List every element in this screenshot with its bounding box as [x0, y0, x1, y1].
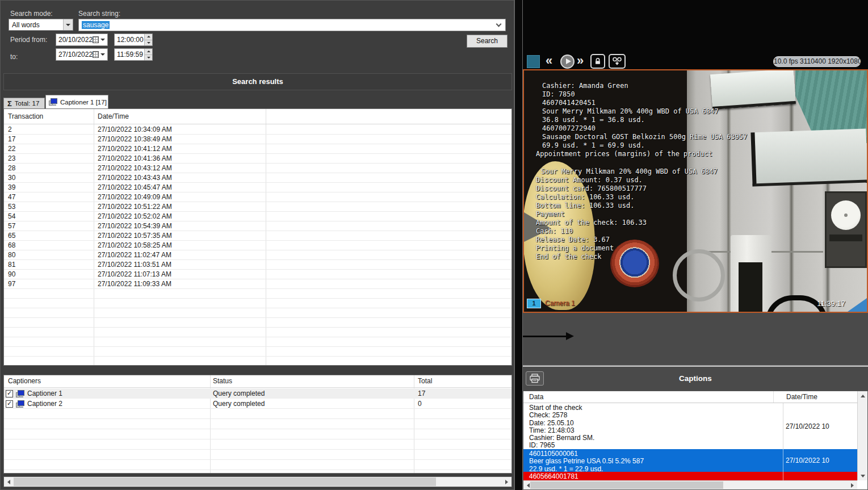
caption-row-selected[interactable]: 4601105000061 Beer glass Petrine USA 0.5…: [523, 449, 857, 472]
camera-number-badge[interactable]: 1: [527, 299, 541, 308]
col-data[interactable]: Data: [529, 391, 543, 403]
dispenser: [731, 235, 771, 312]
calendar-icon[interactable]: [93, 36, 99, 43]
scroll-down-button[interactable]: [858, 471, 868, 480]
tab-captioner-1[interactable]: Captioner 1 [17]: [45, 95, 108, 108]
checkbox-checked[interactable]: [6, 400, 13, 408]
tab-total[interactable]: Σ Total: 17: [3, 98, 45, 108]
table-row[interactable]: 9727/10/2022 11:09:33 AM: [4, 279, 511, 289]
table-row[interactable]: 5327/10/2022 10:51:22 AM: [4, 202, 511, 212]
scroll-up-button[interactable]: [858, 391, 868, 400]
checkbox-checked[interactable]: [6, 390, 13, 397]
caption-datetime: 27/10/2022 10: [783, 449, 857, 472]
table-row[interactable]: 4727/10/2022 10:49:09 AM: [4, 192, 511, 202]
stream-info-badge: 10.0 fps 3110400 1920x1080: [773, 56, 861, 67]
lock-icon: [594, 57, 602, 65]
search-button[interactable]: Search: [467, 35, 508, 48]
spacer-area: [523, 313, 868, 366]
camera-tile-icon[interactable]: [527, 55, 540, 68]
table-row[interactable]: 227/10/2022 10:34:09 AM: [4, 125, 511, 135]
captioner-name: Captioner 1: [27, 390, 62, 397]
captions-table: Data Date/Time Start of the check Check:…: [523, 391, 868, 490]
vertical-scrollbar[interactable]: [857, 391, 867, 480]
spin-up-icon[interactable]: [145, 49, 152, 55]
time-to-spinner[interactable]: [144, 49, 152, 60]
captions-title: Captions: [523, 368, 868, 390]
play-button[interactable]: [560, 55, 575, 69]
camera-view[interactable]: Cashier: Amanda Green ID: 7850 460704142…: [523, 69, 868, 313]
table-row[interactable]: 3027/10/2022 10:43:43 AM: [4, 173, 511, 183]
scrollbar-thumb[interactable]: [14, 478, 436, 486]
time-to-picker[interactable]: 11:59:59 P: [114, 48, 153, 61]
table-row[interactable]: 6827/10/2022 10:58:25 AM: [4, 241, 511, 250]
col-datetime[interactable]: Date/Time: [786, 391, 817, 403]
lock-button[interactable]: [590, 54, 605, 69]
caption-row[interactable]: Start of the check Check: 2578 Date: 25.…: [523, 403, 857, 449]
period-to-label: to:: [10, 53, 18, 61]
col-datetime[interactable]: Date/Time: [98, 109, 129, 124]
col-status[interactable]: Status: [213, 375, 232, 387]
table-row[interactable]: 3927/10/2022 10:45:47 AM: [4, 183, 511, 192]
pos-overlay-block-1: Cashier: Amanda Green ID: 7850 460704142…: [542, 82, 747, 158]
col-captioners[interactable]: Captioners: [8, 375, 41, 387]
table-row[interactable]: 2827/10/2022 10:43:12 AM: [4, 164, 511, 173]
search-string-label: Search string:: [78, 10, 120, 18]
date-from-picker[interactable]: 20/10/2022: [56, 33, 108, 46]
monitor-icon: [16, 400, 25, 408]
captioner-row[interactable]: Captioner 2 Query completed 0: [4, 399, 511, 409]
results-table: Transaction Date/Time 227/10/2022 10:34:…: [3, 108, 512, 366]
pointer-arrow: [523, 336, 566, 337]
export-record-button[interactable]: [609, 54, 626, 69]
scroll-left-button[interactable]: [4, 477, 14, 487]
panel-splitter[interactable]: [514, 0, 523, 490]
captioner-total: 17: [414, 390, 511, 397]
spin-down-icon[interactable]: [145, 40, 152, 46]
calendar-icon[interactable]: [93, 51, 99, 58]
monitor-icon: [16, 390, 25, 397]
search-mode-label: Search mode:: [10, 10, 53, 18]
table-row[interactable]: 9027/10/2022 11:07:13 AM: [4, 270, 511, 279]
rewind-button[interactable]: «: [546, 54, 552, 68]
table-row[interactable]: 1727/10/2022 10:38:49 AM: [4, 135, 511, 144]
table-row[interactable]: 8027/10/2022 11:02:47 AM: [4, 250, 511, 260]
scrollbar-thumb[interactable]: [530, 481, 723, 489]
caption-row-alert[interactable]: 4605664001781: [523, 472, 857, 480]
table-row[interactable]: 2327/10/2022 10:41:36 AM: [4, 154, 511, 164]
captioner-row[interactable]: Captioner 1 Query completed 17: [4, 388, 511, 399]
horizontal-scrollbar[interactable]: [3, 476, 512, 487]
chevron-down-icon[interactable]: [496, 22, 502, 27]
fast-forward-button[interactable]: »: [577, 54, 584, 68]
dropdown-arrow-icon[interactable]: [100, 53, 105, 56]
search-string-input[interactable]: sausage: [78, 19, 506, 31]
captioners-table: Captioners Status Total Captioner 1 Quer…: [3, 375, 512, 474]
search-mode-dropdown-button[interactable]: [63, 19, 73, 30]
captions-header: Captions: [523, 368, 868, 390]
col-total[interactable]: Total: [418, 375, 432, 387]
table-row[interactable]: 6527/10/2022 10:57:35 AM: [4, 231, 511, 241]
shelf: [750, 128, 867, 186]
caption-data: Start of the check Check: 2578 Date: 25.…: [523, 403, 783, 449]
time-from-picker[interactable]: 12:00:00 A: [114, 33, 153, 46]
search-mode-value: All words: [9, 21, 63, 29]
time-from-spinner[interactable]: [144, 34, 152, 45]
table-row[interactable]: 5427/10/2022 10:52:02 AM: [4, 212, 511, 221]
spin-up-icon[interactable]: [145, 34, 152, 40]
captioner-name: Captioner 2: [27, 400, 62, 408]
dropdown-arrow-icon[interactable]: [100, 39, 105, 41]
date-to-value: 27/10/2022: [56, 51, 93, 58]
scroll-right-button[interactable]: [848, 481, 857, 489]
search-results-header: Search results: [3, 73, 512, 90]
time-from-value: 12:00:00 A: [115, 34, 144, 45]
search-mode-select[interactable]: All words: [9, 19, 73, 31]
spin-down-icon[interactable]: [145, 55, 152, 61]
scroll-right-button[interactable]: [502, 477, 511, 487]
date-to-picker[interactable]: 27/10/2022: [56, 48, 108, 61]
table-row[interactable]: 8127/10/2022 11:03:51 AM: [4, 260, 511, 270]
captioners-table-body: Captioner 1 Query completed 17 Captioner…: [4, 388, 511, 473]
search-string-value: sausage: [82, 21, 110, 29]
resize-corner-icon[interactable]: [848, 298, 867, 312]
horizontal-scrollbar[interactable]: [523, 480, 857, 489]
col-transaction[interactable]: Transaction: [8, 109, 43, 124]
table-row[interactable]: 2227/10/2022 10:41:12 AM: [4, 144, 511, 154]
table-row[interactable]: 5727/10/2022 10:54:39 AM: [4, 221, 511, 231]
